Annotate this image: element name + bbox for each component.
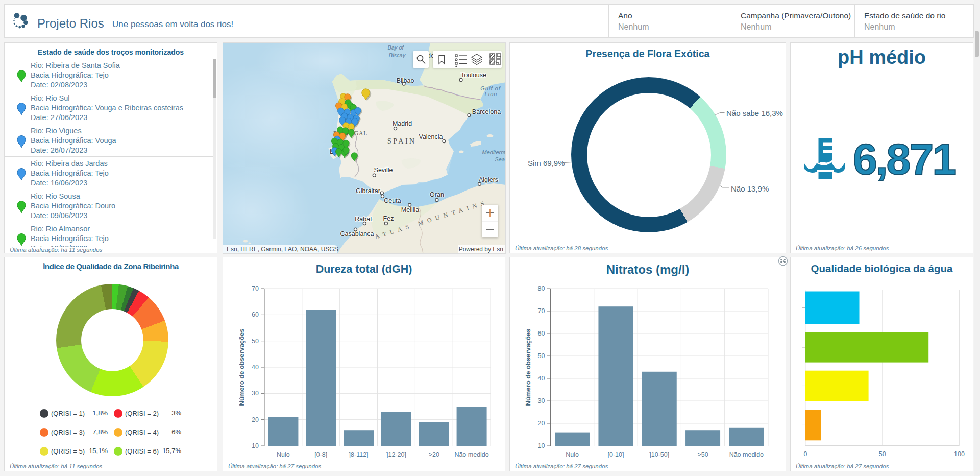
svg-text:>50: >50 [697,451,708,458]
svg-text:]10-50]: ]10-50] [649,451,669,458]
svg-text:60: 60 [252,311,259,318]
svg-text:Bay of: Bay of [387,44,404,51]
svg-text:Esri, HERE, Garmin, FAO, NOAA,: Esri, HERE, Garmin, FAO, NOAA, USGS [227,246,338,253]
svg-text:Casablanca: Casablanca [340,230,374,237]
svg-text:Número de observações: Número de observações [238,328,246,406]
svg-text:10: 10 [538,442,545,449]
svg-text:Madrid: Madrid [393,120,412,127]
svg-text:Nulo: Nulo [566,451,579,458]
svg-text:Lion: Lion [485,91,498,97]
svg-text:>20: >20 [429,451,439,458]
svg-text:Nulo: Nulo [277,451,290,458]
svg-text:Gibraltar: Gibraltar [356,187,380,195]
svg-text:100: 100 [954,450,965,458]
svg-text:60: 60 [538,330,545,337]
svg-text:]8-112]: ]8-112] [349,451,369,458]
svg-text:50: 50 [252,338,259,345]
svg-text:[0-10]: [0-10] [607,451,624,458]
svg-text:50: 50 [879,450,886,458]
svg-text:Ceuta: Ceuta [384,197,401,204]
svg-text:Mediterra: Mediterra [482,149,506,155]
svg-text:30: 30 [538,397,545,404]
svg-text:Número de observações: Número de observações [524,328,532,406]
svg-text:40: 40 [252,364,259,371]
svg-text:Valencia: Valencia [419,133,443,140]
svg-text:[0-8]: [0-8] [314,451,327,458]
svg-text:Não medido: Não medido [729,451,764,458]
svg-text:10: 10 [252,442,259,449]
svg-text:70: 70 [252,285,259,292]
svg-text:Oran: Oran [430,191,444,198]
svg-text:50: 50 [538,352,545,360]
svg-text:70: 70 [538,307,545,315]
svg-text:Seville: Seville [374,166,393,174]
svg-text:30: 30 [252,390,259,397]
svg-text:SPAIN: SPAIN [387,137,416,145]
svg-text:20: 20 [252,416,259,423]
svg-text:20: 20 [538,420,545,427]
svg-text:]12-20]: ]12-20] [386,451,406,458]
svg-text:Rabat: Rabat [355,216,372,223]
svg-text:Toulouse: Toulouse [461,72,486,79]
svg-text:80: 80 [538,285,545,292]
svg-text:40: 40 [538,375,545,382]
svg-text:Biscay: Biscay [389,52,406,58]
svg-text:Powered by Esri: Powered by Esri [459,246,503,253]
svg-text:Barcelona: Barcelona [472,108,501,115]
svg-text:Não medido: Não medido [454,451,488,458]
svg-text:Algiers: Algiers [479,176,498,183]
svg-text:0: 0 [804,450,807,458]
svg-text:Sea: Sea [495,156,505,162]
svg-text:Fez: Fez [383,215,394,222]
svg-text:Melilla: Melilla [401,206,419,213]
